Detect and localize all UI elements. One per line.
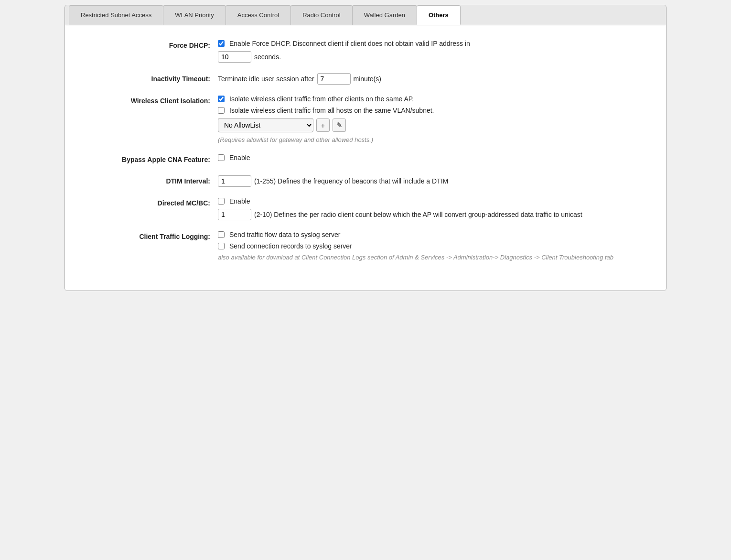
inactivity-timeout-input[interactable] [317, 73, 351, 85]
tab-access-control[interactable]: Access Control [226, 5, 291, 25]
client-traffic-logging-row: Client Traffic Logging: Send traffic flo… [84, 231, 647, 261]
force-dhcp-line2: seconds. [218, 51, 647, 63]
dtim-interval-label: DTIM Interval: [84, 175, 218, 186]
wci-option1: Isolate wireless client traffic from oth… [218, 95, 647, 103]
tab-wlan-priority[interactable]: WLAN Priority [163, 5, 226, 25]
wireless-client-isolation-value: Isolate wireless client traffic from oth… [218, 95, 647, 143]
directed-mcbc-label: Directed MC/BC: [84, 197, 218, 208]
bypass-apple-cna-line: Enable [218, 154, 647, 162]
force-dhcp-row: Force DHCP: Enable Force DHCP. Disconnec… [84, 40, 647, 63]
tab-walled-garden[interactable]: Walled Garden [352, 5, 417, 25]
directed-mcbc-row: Directed MC/BC: Enable (2-10) Defines th… [84, 197, 647, 220]
tab-bar: Restricted Subnet Access WLAN Priority A… [65, 5, 666, 25]
force-dhcp-seconds-input[interactable] [218, 51, 251, 63]
force-dhcp-line1: Enable Force DHCP. Disconnect client if … [218, 40, 647, 47]
tab-others[interactable]: Others [417, 5, 461, 25]
force-dhcp-text: Enable Force DHCP. Disconnect client if … [229, 40, 470, 47]
client-traffic-logging-value: Send traffic flow data to syslog server … [218, 231, 647, 261]
tab-content: Force DHCP: Enable Force DHCP. Disconnec… [65, 25, 666, 291]
directed-mcbc-checkbox[interactable] [218, 198, 225, 205]
ctl-option1-checkbox[interactable] [218, 231, 225, 238]
main-window: Restricted Subnet Access WLAN Priority A… [64, 5, 666, 291]
dtim-interval-value: (1-255) Defines the frequency of beacons… [218, 175, 647, 187]
ctl-option2: Send connection records to syslog server [218, 242, 647, 250]
bypass-apple-cna-text: Enable [229, 154, 250, 162]
inactivity-timeout-label: Inactivity Timeout: [84, 73, 218, 84]
ctl-option2-checkbox[interactable] [218, 243, 225, 249]
dtim-interval-description: (1-255) Defines the frequency of beacons… [254, 177, 448, 185]
bypass-apple-cna-value: Enable [218, 154, 647, 162]
ctl-option1: Send traffic flow data to syslog server [218, 231, 647, 238]
dtim-interval-input[interactable] [218, 175, 251, 187]
wci-option2: Isolate wireless client traffic from all… [218, 107, 647, 114]
wci-allowlist-dropdown[interactable]: No AllowList [218, 118, 313, 132]
wireless-client-isolation-row: Wireless Client Isolation: Isolate wirel… [84, 95, 647, 143]
force-dhcp-value: Enable Force DHCP. Disconnect client if … [218, 40, 647, 63]
wci-option2-checkbox[interactable] [218, 107, 225, 114]
force-dhcp-label: Force DHCP: [84, 40, 218, 51]
inactivity-timeout-text: Terminate idle user session after [218, 75, 314, 83]
tab-radio-control[interactable]: Radio Control [290, 5, 353, 25]
bypass-apple-cna-checkbox[interactable] [218, 154, 225, 161]
directed-mcbc-enable-line: Enable [218, 197, 647, 205]
bypass-apple-cna-row: Bypass Apple CNA Feature: Enable [84, 154, 647, 165]
dtim-interval-line: (1-255) Defines the frequency of beacons… [218, 175, 647, 187]
wci-option1-text: Isolate wireless client traffic from oth… [229, 95, 414, 103]
dtim-interval-row: DTIM Interval: (1-255) Defines the frequ… [84, 175, 647, 187]
ctl-option1-text: Send traffic flow data to syslog server [229, 231, 340, 238]
wci-allowlist-wrapper: No AllowList + ✎ [218, 118, 647, 132]
wci-add-button[interactable]: + [316, 118, 330, 132]
bypass-apple-cna-label: Bypass Apple CNA Feature: [84, 154, 218, 165]
tab-restricted-subnet-access[interactable]: Restricted Subnet Access [69, 5, 163, 25]
inactivity-timeout-unit: minute(s) [354, 75, 381, 83]
directed-mcbc-enable-text: Enable [229, 197, 250, 205]
inactivity-timeout-line: Terminate idle user session after minute… [218, 73, 647, 85]
force-dhcp-checkbox[interactable] [218, 40, 225, 47]
wci-edit-button[interactable]: ✎ [333, 118, 346, 132]
directed-mcbc-input[interactable] [218, 209, 251, 220]
inactivity-timeout-value: Terminate idle user session after minute… [218, 73, 647, 85]
wci-option1-checkbox[interactable] [218, 96, 225, 102]
wci-option2-text: Isolate wireless client traffic from all… [229, 107, 434, 114]
directed-mcbc-value-line: (2-10) Defines the per radio client coun… [218, 209, 647, 220]
client-traffic-logging-label: Client Traffic Logging: [84, 231, 218, 242]
ctl-note: also available for download at Client Co… [218, 254, 647, 261]
directed-mcbc-description: (2-10) Defines the per radio client coun… [254, 211, 582, 218]
ctl-option2-text: Send connection records to syslog server [229, 242, 352, 250]
wireless-client-isolation-label: Wireless Client Isolation: [84, 95, 218, 106]
force-dhcp-unit: seconds. [254, 53, 281, 61]
directed-mcbc-value: Enable (2-10) Defines the per radio clie… [218, 197, 647, 220]
inactivity-timeout-row: Inactivity Timeout: Terminate idle user … [84, 73, 647, 85]
wci-note: (Requires allowlist for gateway and othe… [218, 136, 647, 143]
